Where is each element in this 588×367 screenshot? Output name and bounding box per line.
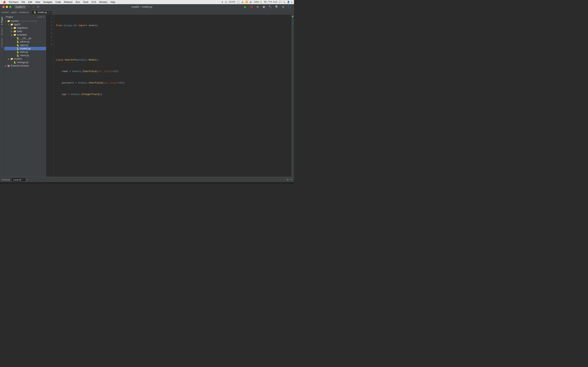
strip-structure[interactable]: Structure [0,26,3,36]
terminal-tabbar: Terminal: Local (2) ✕ + ⚙ ✕ [0,177,294,182]
terminal-close-icon[interactable]: ✕ [290,178,293,181]
run-button[interactable]: ▶ [243,5,248,9]
menu-run[interactable]: Run [74,0,81,4]
nav-back-button[interactable]: ‹ [27,5,31,9]
menu-vcs[interactable]: VCS [90,0,97,4]
tree-label-static: static [17,30,22,33]
py-file-icon: 🐍 [13,61,16,64]
tree-item-models-py[interactable]: ▶ 🐍 models.py [4,47,46,50]
strip-project[interactable]: 1: Project [0,16,3,26]
tab-close-button[interactable]: ✕ [48,11,50,13]
menubar-more[interactable]: ≡ [291,1,293,3]
maximize-button[interactable] [9,6,11,8]
sync-button[interactable]: ⟳ [36,5,41,9]
strip-favorites[interactable]: 2: Favorites [0,37,3,49]
arrow-icon: ▾ [5,20,7,22]
tree-item-static[interactable]: ▶ 📁 static [4,30,46,33]
folder-icon: 📁 [10,23,13,26]
menubar-user[interactable]: 👤 [287,1,290,3]
menubar-siri[interactable]: 🎙 [221,1,223,3]
breadcrumb-app01[interactable]: app01 [11,11,17,13]
project-selector[interactable]: mysite2 ▾ [14,5,26,9]
traffic-lights [2,6,11,8]
minimize-button[interactable] [6,6,8,8]
tree-item-manage-py[interactable]: ▶ 🐍 manage.py [4,61,46,64]
arrow-icon: ▾ [8,24,10,26]
search-everywhere-button[interactable]: 🔍 [274,5,280,9]
editor-content: 1 2 3 4 5 6 7 8 from django.db import mo… [46,15,294,177]
project-panel-header: Project ⊕ ⚙ ✕ [4,15,46,19]
debug-button[interactable]: 🐞 [249,5,254,9]
menu-help[interactable]: Help [109,0,117,4]
menu-tools[interactable]: Tools [82,0,90,4]
stop-button[interactable]: ⏹ [261,5,266,9]
menubar-battery: 100% 🔋 [254,1,262,3]
menu-navigate[interactable]: Navigate [42,0,54,4]
menu-pycharm[interactable]: PyCharm [8,0,20,4]
breadcrumb-models[interactable]: models.py [19,11,29,13]
tree-label-apps-py: apps.py [20,44,28,46]
menu-code[interactable]: Code [54,0,62,4]
menubar-pause[interactable]: ⏸ [225,1,227,3]
menubar-messages[interactable]: 💬 [279,1,281,3]
tree-item-views-py[interactable]: ▶ 🐍 views.py [4,54,46,57]
run-config-button[interactable]: ⚙ [255,5,260,9]
menubar-wifi[interactable]: 📶 [245,1,248,3]
menu-edit[interactable]: Edit [27,0,34,4]
tree-item-external-libs[interactable]: ▶ 📚 External Libraries [4,64,46,67]
project-panel-close-icon[interactable]: ✕ [43,16,45,18]
terminal-tab-label: Local (2) [13,179,21,181]
tree-label-mysite2-inner: mysite2 [14,58,22,60]
project-path: ~/PycharmProjects/g [19,20,37,22]
project-panel-settings-icon[interactable]: ⚙ [40,16,42,18]
line-numbers: 1 2 3 4 5 6 7 8 [46,15,54,177]
tree-item-tests-py[interactable]: ▶ 🐍 tests.py [4,50,46,54]
terminal-tab-close[interactable]: ✕ [22,179,24,181]
menu-refactor[interactable]: Refactor [63,0,74,4]
tab-models-py[interactable]: 🐍 models.py ✕ [32,10,52,14]
close-button[interactable] [2,6,5,8]
tree-item-app01[interactable]: ▾ 📁 app01 [4,23,46,26]
tree-label-tests-py: tests.py [20,51,28,53]
settings-button[interactable]: ⚙ [281,5,285,9]
breadcrumb: mysite2 › app01 › models.py [1,11,29,13]
tree-item-migrations[interactable]: ▶ 📁 migrations [4,26,46,30]
terminal-tab-local[interactable]: Local (2) ✕ [12,178,25,181]
libs-icon: 📚 [7,64,10,67]
expand-button[interactable]: ⛶ [287,5,292,9]
menu-view[interactable]: View [34,0,42,4]
menu-file[interactable]: File [20,0,26,4]
py-file-icon: 🐍 [17,51,19,53]
breadcrumb-mysite2[interactable]: mysite2 [1,11,9,13]
tree-label-app01: app01 [14,23,20,26]
arrow-icon: ▶ [11,34,13,36]
titlebar: mysite2 ▾ ‹ › ⟳ mysite2 – models.py ▶ 🐞 … [0,4,294,9]
tree-item-apps-py[interactable]: ▶ 🐍 apps.py [4,43,46,47]
line-num-6: 6 [47,35,52,39]
menubar-clipboard[interactable]: 📋 [237,1,240,3]
project-panel-expand-icon[interactable]: ⊕ [38,16,39,18]
menu-window[interactable]: Window [98,0,109,4]
tree-label-migrations: migrations [17,26,27,29]
menubar-lock[interactable]: 🔒 [241,1,244,3]
terminal-body[interactable]: Looking in indexes: https://pypi.douban.… [0,182,294,184]
project-selector-label: mysite2 ▾ [16,6,25,8]
terminal-add-button[interactable]: + [26,178,28,181]
tree-item-templates[interactable]: ▶ 📁 templates [4,33,46,36]
line-num-2: 2 [47,20,52,24]
tree-item-mysite2-inner[interactable]: ▶ 📁 mysite2 [4,57,46,61]
tree-item-init-py[interactable]: ▶ 🐍 __init__.py [4,36,46,40]
tree-item-admin-py[interactable]: ▶ 🐍 admin.py [4,40,46,43]
right-gutter [291,15,294,177]
code-editor[interactable]: from django.db import models class UserI… [54,15,291,177]
menubar-search[interactable]: 🔍 [283,1,285,3]
folder-icon: 📁 [13,30,16,33]
code-line-6: password = models.CharField(max_length=6… [56,81,289,85]
build-button[interactable]: 🔨 [268,5,273,9]
terminal-settings-icon[interactable]: ⚙ [286,178,289,181]
menubar-volume[interactable]: 🔊 [250,1,252,3]
nav-forward-button[interactable]: › [32,5,35,9]
apple-menu[interactable]: 🍎 [1,0,7,4]
line-num-8: 8 [47,43,52,47]
tree-item-mysite2[interactable]: ▾ 📁 mysite2 ~/PycharmProjects/g [4,19,46,23]
